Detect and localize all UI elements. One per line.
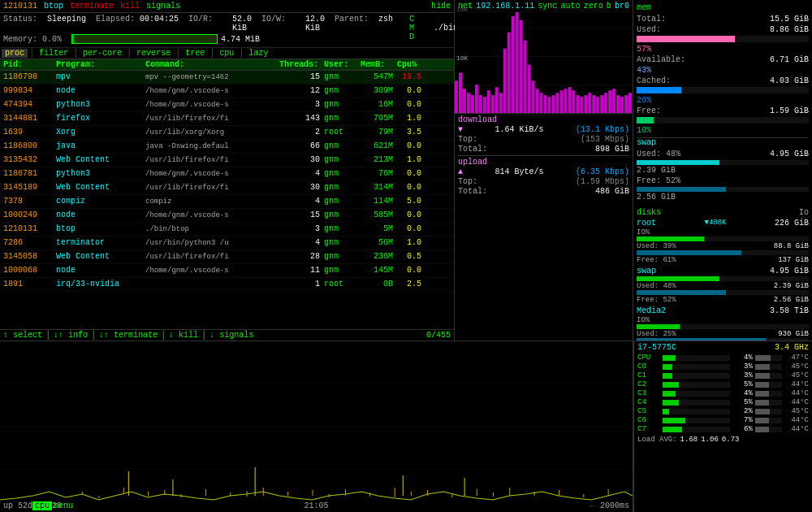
table-row[interactable]: 1000068 node /home/gnm/.vscode-s 11 gnm …	[0, 264, 454, 278]
proc-threads: 11	[279, 264, 324, 277]
tab-cpu-bottom[interactable]: cpu	[32, 501, 52, 510]
proc-mem: 309M	[361, 85, 397, 98]
cpu-detail-header: i7-5775C 3.4 GHz	[637, 343, 809, 352]
terminate-action[interactable]: ↓↑ terminate	[99, 331, 158, 340]
proc-mem: 213M	[361, 154, 397, 167]
bottom-tabs[interactable]: cpu menu	[32, 501, 73, 510]
proc-cpu: 1.0	[397, 236, 425, 249]
core-bar	[663, 391, 730, 397]
proc-cmd: /home/gnm/.vscode-s	[145, 98, 279, 111]
kill-action[interactable]: ↓ kill	[169, 331, 198, 340]
table-row[interactable]: 1000249 node /home/gnm/.vscode-s 15 gnm …	[0, 209, 454, 223]
svg-rect-14	[495, 87, 499, 113]
svg-rect-77	[559, 490, 559, 496]
svg-rect-29	[555, 93, 559, 113]
svg-rect-25	[540, 93, 543, 113]
svg-rect-18	[512, 16, 515, 113]
core-bar	[663, 400, 730, 406]
disk-free-stats: Free: 61% 137 GiB	[637, 256, 809, 264]
table-row[interactable]: 1891 irq/33-nvidia 1 root 0B 2.5	[0, 278, 454, 292]
select-action[interactable]: ↑ select	[3, 331, 42, 340]
net-auto[interactable]: auto	[560, 2, 580, 11]
tab-reverse[interactable]: reverse	[133, 49, 174, 58]
cpu-core-row: C6 7% 44°C	[637, 416, 809, 424]
mem-used-val: 8.86 GiB	[770, 25, 809, 34]
col-header-command[interactable]: Command:	[145, 60, 279, 69]
net-b[interactable]: b	[607, 2, 611, 11]
proc-cmd: mpv --geometry=1462	[145, 71, 279, 84]
svg-rect-11	[483, 97, 486, 113]
process-count: 0/455	[426, 331, 451, 340]
disk-stats: Used: 25% 930 GiB	[637, 330, 809, 338]
hide-btn[interactable]: hide	[431, 2, 451, 11]
proc-cpu: 0.5	[397, 250, 425, 263]
table-row[interactable]: 3145189 Web Content /usr/lib/firefox/fi …	[0, 181, 454, 195]
download-arrow: ▼	[458, 125, 463, 134]
proc-cpu: 5.0	[397, 195, 425, 208]
process-list[interactable]: 1186798 mpv mpv --geometry=1462 15 gnm 5…	[0, 71, 454, 329]
table-row[interactable]: 1186798 mpv mpv --geometry=1462 15 gnm 5…	[0, 71, 454, 85]
col-header-threads[interactable]: Threads:	[279, 60, 324, 69]
proc-threads: 15	[279, 71, 324, 84]
core-temp: 44°C	[784, 389, 809, 397]
upload-top: (1.59 Mbps)	[576, 177, 629, 186]
elapsed-label: Elapsed:	[96, 15, 136, 33]
col-header-pid[interactable]: Pid:	[3, 60, 56, 69]
tab-tree[interactable]: tree	[182, 49, 208, 58]
tab-per-core[interactable]: per-core	[80, 49, 125, 58]
svg-rect-84	[464, 478, 465, 496]
disk-free-val: 137 GiB	[778, 256, 809, 264]
core-temp-bar	[755, 418, 782, 423]
memory-bar	[71, 34, 218, 44]
disk-size: 226 GiB	[775, 219, 809, 228]
col-header-program[interactable]: Program:	[56, 60, 145, 69]
load-avg-15: 0.73	[722, 436, 740, 444]
svg-rect-6	[463, 89, 466, 113]
disks-title: disks Io	[637, 208, 809, 217]
info-action[interactable]: ↓↑ info	[54, 331, 88, 340]
terminate-btn[interactable]: terminate	[70, 2, 114, 11]
col-header-user[interactable]: User:	[324, 60, 361, 69]
tab-filter[interactable]: filter	[36, 49, 71, 58]
table-row[interactable]: 7378 compiz compiz 4 gnm 114M 5.0	[0, 195, 454, 209]
proc-cmd: /home/gnm/.vscode-s	[145, 167, 279, 180]
core-bar-fill	[663, 355, 676, 361]
net-sync[interactable]: sync	[538, 2, 557, 11]
tab-lazy[interactable]: lazy	[245, 49, 271, 58]
proc-threads: 28	[279, 250, 324, 263]
load-avg-1: 1.68	[680, 436, 698, 444]
mem-avail-val: 6.71 GiB	[770, 55, 809, 64]
table-row[interactable]: 474394 python3 /home/gnm/.vscode-s 3 gnm…	[0, 98, 454, 112]
disk-free-label: Free: 61%	[637, 256, 676, 264]
table-row[interactable]: 7286 terminator /usr/bin/python3 /u 4 gn…	[0, 236, 454, 250]
table-row[interactable]: 1186781 python3 /home/gnm/.vscode-s 4 gn…	[0, 167, 454, 181]
disks-panel: disks Io root ▼408K 226 GiB IO% Used: 39…	[633, 206, 812, 341]
signals-btn[interactable]: signals	[146, 2, 180, 11]
col-header-cpu[interactable]: Cpu%	[397, 60, 425, 69]
cpu-detail-panel: i7-5775C 3.4 GHz CPU 4% 47°C C0 3% 45°C …	[633, 341, 812, 512]
disk-free-stats: Free: 52% 2.56 GiB	[637, 296, 809, 304]
svg-rect-54	[82, 492, 83, 494]
core-bar-fill	[663, 382, 679, 388]
table-row[interactable]: 3145058 Web Content /usr/lib/firefox/fi …	[0, 250, 454, 264]
table-row[interactable]: 1186800 java java -Dswing.defaul 66 gnm …	[0, 140, 454, 154]
signals-action[interactable]: ↓ signals	[209, 331, 253, 340]
proc-cmd: /usr/lib/firefox/fi	[145, 154, 279, 167]
mem-avail-label: Available:	[637, 55, 689, 64]
upload-label: upload	[458, 158, 629, 167]
download-top: (153 Mbps)	[581, 135, 629, 144]
header-prog: btop	[44, 2, 63, 11]
net-zero[interactable]: zero	[584, 2, 603, 11]
col-header-mem[interactable]: MemB:	[361, 60, 397, 69]
kill-btn[interactable]: kill	[120, 2, 140, 11]
tab-proc[interactable]: proc	[2, 49, 28, 58]
tab-cpu[interactable]: cpu	[216, 49, 237, 58]
table-row[interactable]: 1639 Xorg /usr/lib/xorg/Xorg 2 root 79M …	[0, 126, 454, 140]
tab-menu[interactable]: menu	[54, 501, 73, 510]
table-row[interactable]: 3135432 Web Content /usr/lib/firefox/fi …	[0, 154, 454, 167]
svg-rect-30	[559, 90, 563, 113]
table-row[interactable]: 3144881 firefox /usr/lib/firefox/fi 143 …	[0, 112, 454, 126]
table-row[interactable]: 999834 node /home/gnm/.vscode-s 12 gnm 3…	[0, 85, 454, 98]
proc-user: gnm	[324, 98, 361, 111]
table-row[interactable]: 1210131 btop ./bin/btop 3 gnm 5M 0.0	[0, 223, 454, 236]
